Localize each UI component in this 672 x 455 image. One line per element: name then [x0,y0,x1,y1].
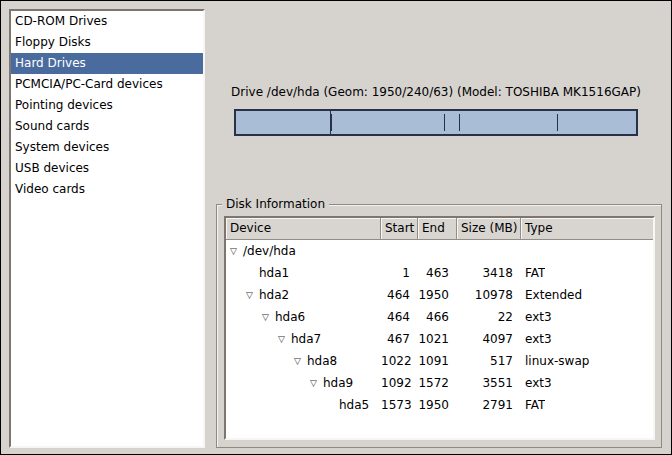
drive-title: Drive /dev/hda (Geom: 1950/240/63) (Mode… [222,85,650,99]
device-cell: ▽ hda7 [226,332,381,346]
type-cell: FAT [521,266,545,280]
partition-segment-hda7 [332,114,445,131]
device-cell: ▽ hda6 [226,310,381,324]
column-header-end[interactable]: End [418,218,457,240]
table-row-hda8[interactable]: ▽ hda8 1022 1091 517 linux-swap [226,350,653,372]
end-cell: 1091 [418,354,457,368]
expander-open-icon[interactable]: ▽ [262,311,275,323]
sidebar-item-system-devices[interactable]: System devices [11,137,203,158]
size-cell: 2791 [457,398,521,412]
start-cell: 467 [381,332,418,346]
end-cell: 463 [418,266,457,280]
size-cell: 10978 [457,288,521,302]
start-cell: 1 [381,266,418,280]
device-cell: ▽ hda2 [226,288,381,302]
device-label: hda7 [291,332,321,346]
type-cell: ext3 [521,310,552,324]
device-label: hda6 [275,310,305,324]
expander-open-icon[interactable]: ▽ [230,245,243,257]
device-label: hda5 [339,398,369,412]
column-header-size[interactable]: Size (MB) [457,218,521,240]
column-header-type[interactable]: Type [521,218,653,240]
sidebar-item-pcmcia-devices[interactable]: PCMCIA/PC-Card devices [11,74,203,95]
expander-open-icon[interactable]: ▽ [310,377,323,389]
start-cell: 464 [381,310,418,324]
type-cell: ext3 [521,376,552,390]
size-cell: 3551 [457,376,521,390]
sidebar-item-floppy-disks[interactable]: Floppy Disks [11,32,203,53]
device-cell: ▽ hda8 [226,354,381,368]
size-cell: 517 [457,354,521,368]
table-row-hda2[interactable]: ▽ hda2 464 1950 10978 Extended [226,284,653,306]
type-cell: ext3 [521,332,552,346]
table-row-hda9[interactable]: ▽ hda9 1092 1572 3551 ext3 [226,372,653,394]
partition-segment-hda1 [236,111,331,134]
device-cell: ▽ /dev/hda [226,244,381,258]
column-header-start[interactable]: Start [381,218,418,240]
table-row-hda6[interactable]: ▽ hda6 464 466 22 ext3 [226,306,653,328]
partition-segment-hda5 [558,114,636,131]
sidebar-item-sound-cards[interactable]: Sound cards [11,116,203,137]
start-cell: 1022 [381,354,418,368]
sidebar-item-cdrom-drives[interactable]: CD-ROM Drives [11,11,203,32]
end-cell: 1021 [418,332,457,346]
disk-information-frame: Disk Information Device Start End Size (… [216,204,662,448]
size-cell: 4097 [457,332,521,346]
end-cell: 1950 [418,288,457,302]
sidebar-item-pointing-devices[interactable]: Pointing devices [11,95,203,116]
partition-bar [234,109,638,136]
device-label: hda1 [259,266,289,280]
column-header-device[interactable]: Device [226,218,381,240]
end-cell: 1572 [418,376,457,390]
sidebar-item-video-cards[interactable]: Video cards [11,179,203,200]
device-label: hda2 [259,288,289,302]
sidebar-item-hard-drives[interactable]: Hard Drives [11,53,203,74]
device-label: /dev/hda [243,244,296,258]
start-cell: 464 [381,288,418,302]
start-cell: 1573 [381,398,418,412]
sidebar-item-usb-devices[interactable]: USB devices [11,158,203,179]
size-cell: 3418 [457,266,521,280]
device-label: hda9 [323,376,353,390]
expander-open-icon[interactable]: ▽ [278,333,291,345]
end-cell: 466 [418,310,457,324]
disk-information-frame-label: Disk Information [222,196,329,213]
type-cell: linux-swap [521,354,589,368]
table-row-hda5[interactable]: hda5 1573 1950 2791 FAT [226,394,653,416]
device-category-list: CD-ROM Drives Floppy Disks Hard Drives P… [9,9,205,448]
hardware-browser-window: CD-ROM Drives Floppy Disks Hard Drives P… [0,0,672,455]
table-row-hda7[interactable]: ▽ hda7 467 1021 4097 ext3 [226,328,653,350]
expander-open-icon[interactable]: ▽ [246,289,259,301]
type-cell: Extended [521,288,582,302]
partition-segment-hda9 [460,114,558,131]
partition-table-header: Device Start End Size (MB) Type [226,218,653,240]
end-cell: 1950 [418,398,457,412]
size-cell: 22 [457,310,521,324]
type-cell: FAT [521,398,545,412]
table-row-hda1[interactable]: hda1 1 463 3418 FAT [226,262,653,284]
device-cell: hda5 [226,398,381,412]
device-cell: ▽ hda9 [226,376,381,390]
device-label: hda8 [307,354,337,368]
start-cell: 1092 [381,376,418,390]
partition-segment-hda8 [445,114,459,131]
partition-table: Device Start End Size (MB) Type ▽ /dev/h… [224,216,655,440]
expander-open-icon[interactable]: ▽ [294,355,307,367]
device-cell: hda1 [226,266,381,280]
table-row-dev-hda[interactable]: ▽ /dev/hda [226,240,653,262]
